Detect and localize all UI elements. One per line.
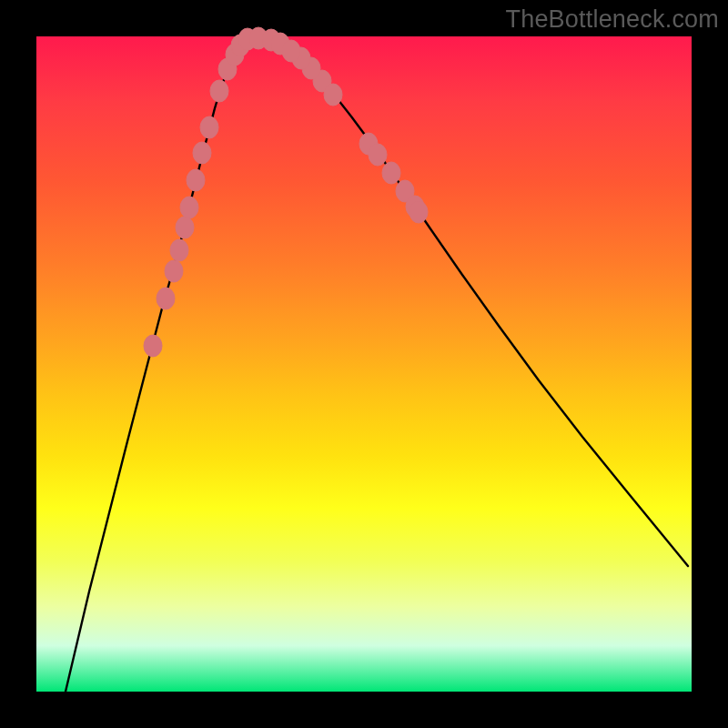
data-point bbox=[180, 197, 198, 218]
data-points-group bbox=[144, 27, 428, 357]
data-point bbox=[210, 80, 228, 102]
data-point bbox=[165, 260, 183, 282]
data-point bbox=[193, 142, 211, 164]
chart-frame: TheBottleneck.com bbox=[0, 0, 728, 728]
data-point bbox=[200, 116, 218, 138]
data-point bbox=[176, 217, 194, 238]
data-point bbox=[324, 84, 342, 106]
data-point bbox=[170, 239, 188, 261]
data-point bbox=[157, 288, 175, 309]
data-point bbox=[410, 201, 428, 223]
data-point bbox=[382, 162, 400, 184]
bottleneck-curve bbox=[66, 38, 688, 692]
data-point bbox=[144, 335, 162, 357]
curve-svg bbox=[36, 36, 692, 692]
data-point bbox=[187, 169, 205, 191]
data-point bbox=[282, 40, 300, 62]
plot-area bbox=[36, 36, 692, 692]
data-point bbox=[369, 144, 387, 166]
watermark-text: TheBottleneck.com bbox=[505, 5, 719, 34]
